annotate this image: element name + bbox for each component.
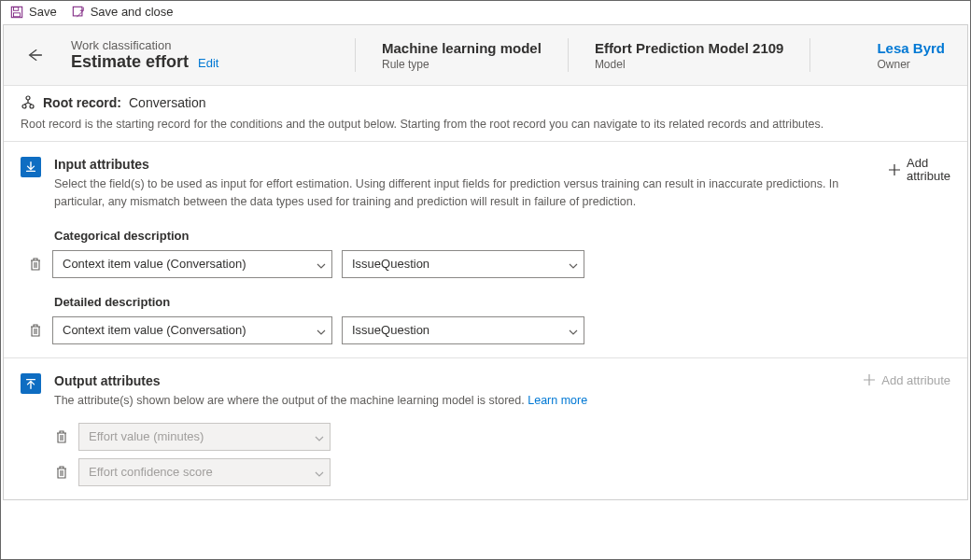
root-record-desc: Root record is the starting record for t… [21, 116, 950, 133]
input-group-0-attr-dropdown[interactable]: IssueQuestion [342, 250, 584, 278]
svg-rect-2 [14, 12, 21, 16]
plus-icon [888, 163, 901, 176]
chevron-down-icon [317, 259, 326, 269]
input-attributes-section: Input attributes Select the field(s) to … [4, 142, 967, 358]
output-section-title: Output attributes [54, 373, 863, 388]
owner-name[interactable]: Lesa Byrd [877, 40, 945, 56]
output-attributes-section: Output attributes The attribute(s) shown… [4, 358, 967, 499]
svg-rect-0 [11, 7, 21, 17]
svg-point-6 [22, 105, 26, 108]
save-close-icon [72, 6, 85, 19]
plus-icon [863, 373, 876, 386]
command-bar: Save Save and close [1, 1, 970, 22]
input-group-0-label: Categorical description [54, 229, 950, 243]
add-input-line1: Add [907, 157, 928, 170]
output-row-1-dropdown: Effort confidence score [78, 458, 331, 486]
chevron-down-icon [315, 468, 324, 477]
model-label: Model [595, 58, 784, 71]
chevron-down-icon [315, 432, 324, 441]
svg-point-7 [30, 105, 34, 108]
input-group-1-source-dropdown[interactable]: Context item value (Conversation) [52, 316, 332, 344]
add-input-line2: attribute [907, 170, 950, 183]
input-section-desc: Select the field(s) to be used as input … [54, 175, 869, 212]
model-value: Effort Prediction Model 2109 [595, 40, 784, 56]
page-header: Work classification Estimate effort Edit… [4, 25, 967, 86]
edit-link[interactable]: Edit [198, 56, 218, 70]
root-record-section: Root record: Conversation Root record is… [4, 86, 967, 142]
output-section-desc: The attribute(s) shown below are where t… [54, 392, 863, 410]
root-record-label: Root record: [43, 95, 121, 110]
save-button[interactable]: Save [10, 5, 57, 19]
chevron-down-icon [569, 259, 578, 269]
input-group-1-label: Detailed description [54, 295, 950, 309]
save-label: Save [29, 5, 57, 19]
output-section-icon [21, 373, 41, 394]
input-section-title: Input attributes [54, 157, 869, 172]
learn-more-link[interactable]: Learn more [528, 394, 587, 407]
rule-type-label: Rule type [382, 58, 542, 71]
breadcrumb: Work classification [71, 38, 332, 52]
input-section-icon [21, 157, 41, 177]
owner-label: Owner [877, 58, 945, 71]
page-title: Estimate effort [71, 52, 189, 72]
chevron-down-icon [569, 326, 578, 335]
add-output-attribute-button: Add attribute [863, 373, 950, 387]
output-row-0-dropdown: Effort value (minutes) [78, 423, 331, 451]
delete-icon[interactable] [28, 257, 43, 272]
svg-point-5 [26, 96, 30, 100]
delete-icon[interactable] [28, 323, 43, 338]
input-group-0-source-dropdown[interactable]: Context item value (Conversation) [52, 250, 332, 278]
input-group-1-attr-dropdown[interactable]: IssueQuestion [342, 316, 584, 344]
hierarchy-icon [21, 95, 35, 110]
svg-rect-1 [14, 7, 19, 10]
chevron-down-icon [317, 326, 326, 335]
svg-rect-3 [73, 7, 82, 16]
add-input-attribute-button[interactable]: Add attribute [888, 157, 950, 184]
back-icon[interactable] [26, 47, 43, 63]
delete-icon[interactable] [54, 429, 69, 444]
root-record-value: Conversation [129, 95, 206, 110]
save-icon [10, 6, 23, 19]
delete-icon[interactable] [54, 465, 69, 480]
save-close-label: Save and close [91, 5, 174, 19]
rule-type-value: Machine learning model [382, 40, 542, 56]
save-close-button[interactable]: Save and close [72, 5, 174, 19]
